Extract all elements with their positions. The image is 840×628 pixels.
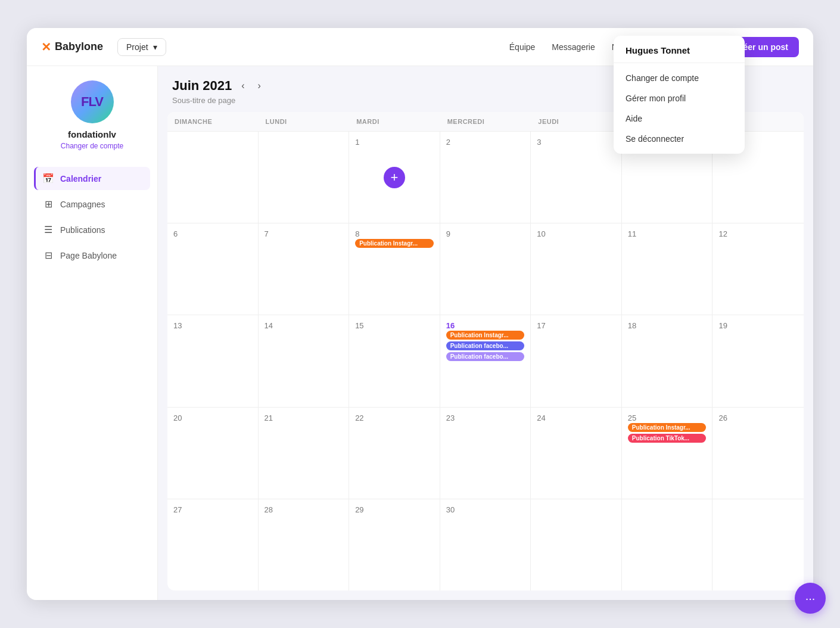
day-header-4: JEUDI	[531, 112, 622, 131]
publications-icon: ☰	[42, 224, 54, 235]
cal-cell-jun25: 25 Publication Instagr... Publication Ti…	[622, 408, 713, 499]
cal-cell: 6	[167, 223, 259, 315]
logo-icon: ✕	[41, 40, 51, 54]
calendar-grid-wrapper: DIMANCHE LUNDI MARDI MERCREDI JEUDI VE S…	[158, 112, 813, 600]
cal-cell: 15	[349, 315, 440, 406]
cal-cell-jun8: 8 Publication Instagr...	[349, 223, 440, 315]
cal-cell: 17	[531, 315, 622, 406]
sidebar-item-calendrier[interactable]: 📅 Calendrier	[34, 167, 150, 190]
day-header-2: MARDI	[349, 112, 440, 131]
event-instagram-jun25[interactable]: Publication Instagr...	[628, 423, 707, 432]
calendar-icon: 📅	[42, 173, 54, 184]
calendar-row-4: 20 21 22 23 24 25 Publication Instagr...…	[167, 408, 804, 499]
logo: ✕ Babylone	[41, 40, 103, 54]
sidebar-item-label-publications: Publications	[60, 225, 105, 235]
cal-cell: 27	[167, 499, 259, 590]
sidebar-item-label-campagnes: Campagnes	[60, 200, 105, 209]
equipe-link[interactable]: Équipe	[509, 42, 536, 52]
cal-cell	[713, 499, 804, 590]
cal-cell: 22	[349, 408, 440, 499]
prev-month-button[interactable]: ‹	[238, 79, 248, 92]
sidebar-item-campagnes[interactable]: ⊞ Campagnes	[34, 192, 150, 216]
cal-cell	[167, 132, 259, 223]
cal-cell: 26	[713, 408, 804, 499]
cal-cell: 30	[440, 499, 531, 590]
project-select[interactable]: Projet ▾	[117, 38, 166, 56]
cal-cell: 28	[259, 499, 350, 590]
chat-bubble-icon: ···	[805, 592, 813, 601]
event-instagram-jun8[interactable]: Publication Instagr...	[355, 239, 434, 248]
cal-cell: 24	[531, 408, 622, 499]
event-instagram-jun16[interactable]: Publication Instagr...	[446, 331, 525, 340]
calendar-rows: 1 + 2 3 4 5 6 7	[167, 132, 804, 590]
day-header-0: DIMANCHE	[167, 112, 259, 131]
dropdown-help[interactable]: Aide	[614, 108, 745, 129]
messagerie-link[interactable]: Messagerie	[552, 42, 595, 52]
avatar: FLV	[71, 80, 114, 123]
cal-cell: 29	[349, 499, 440, 590]
calendar-month: Juin 2021	[172, 78, 232, 94]
sidebar-change-account[interactable]: Changer de compte	[61, 142, 123, 150]
cal-cell: 11	[622, 223, 713, 315]
dropdown-manage-profile[interactable]: Gérer mon profil	[614, 88, 745, 108]
cal-cell-jun1[interactable]: 1 +	[349, 132, 440, 223]
dropdown-change-account[interactable]: Changer de compte	[614, 68, 745, 88]
sidebar: FLV fondationlv Changer de compte 📅 Cale…	[27, 66, 158, 600]
cal-cell: 18	[622, 315, 713, 406]
cal-cell-jun16: 16 Publication Instagr... Publication fa…	[440, 315, 531, 406]
cal-cell	[531, 499, 622, 590]
calendar-row-3: 13 14 15 16 Publication Instagr... Publi…	[167, 315, 804, 407]
sidebar-nav: 📅 Calendrier ⊞ Campagnes ☰ Publications …	[27, 167, 157, 269]
cal-cell: 9	[440, 223, 531, 315]
cal-cell: 19	[713, 315, 804, 406]
cal-cell: 14	[259, 315, 350, 406]
calendar-row-5: 27 28 29 30	[167, 499, 804, 590]
event-tiktok-jun25[interactable]: Publication TikTok...	[628, 434, 707, 443]
profile-dropdown: Hugues Tonnet Changer de compte Gérer mo…	[614, 36, 745, 154]
next-month-button[interactable]: ›	[254, 79, 265, 92]
cal-cell: 7	[259, 223, 350, 315]
cal-cell: 21	[259, 408, 350, 499]
campagnes-icon: ⊞	[42, 198, 54, 210]
project-label: Projet	[126, 42, 148, 52]
calendar-row-2: 6 7 8 Publication Instagr... 9 10 11 12	[167, 223, 804, 315]
cal-cell	[622, 499, 713, 590]
page-babylone-icon: ⊟	[42, 250, 54, 261]
add-event-button[interactable]: +	[384, 167, 405, 188]
day-header-3: MERCREDI	[440, 112, 531, 131]
day-header-1: LUNDI	[259, 112, 350, 131]
cal-cell: 12	[713, 223, 804, 315]
cal-cell: 3	[531, 132, 622, 223]
event-facebook-jun16-1[interactable]: Publication facebo...	[446, 341, 525, 350]
sidebar-item-label-calendrier: Calendrier	[60, 174, 101, 184]
cal-cell: 2	[440, 132, 531, 223]
sidebar-item-label-page-babylone: Page Babylone	[60, 251, 117, 260]
cal-cell: 20	[167, 408, 259, 499]
event-facebook-jun16-2[interactable]: Publication facebo...	[446, 352, 525, 361]
dropdown-user-name: Hugues Tonnet	[614, 45, 745, 63]
calendar-grid: DIMANCHE LUNDI MARDI MERCREDI JEUDI VE S…	[167, 112, 804, 590]
sidebar-item-publications[interactable]: ☰ Publications	[34, 218, 150, 241]
cal-cell	[259, 132, 350, 223]
cal-cell: 10	[531, 223, 622, 315]
sidebar-username: fondationlv	[68, 129, 116, 139]
project-chevron-icon: ▾	[153, 42, 157, 52]
logo-name: Babylone	[55, 41, 103, 53]
dropdown-logout[interactable]: Se déconnecter	[614, 129, 745, 149]
cal-cell: 13	[167, 315, 259, 406]
sidebar-item-page-babylone[interactable]: ⊟ Page Babylone	[34, 244, 150, 267]
cal-cell: 23	[440, 408, 531, 499]
